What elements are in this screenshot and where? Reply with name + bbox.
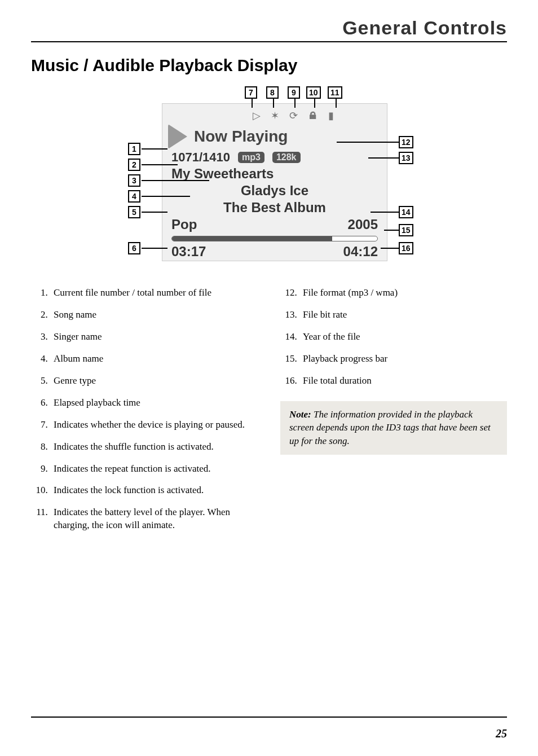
legend-item-3: Singer name <box>50 331 258 344</box>
shuffle-icon: ✶ <box>271 109 279 122</box>
total-duration: 04:12 <box>343 244 378 260</box>
callout-11: 11 <box>328 86 342 99</box>
callout-5: 5 <box>128 206 140 218</box>
legend-item-13: File bit rate <box>299 309 507 322</box>
battery-icon: ▮ <box>328 109 334 122</box>
legend-item-16: File total duration <box>299 375 507 388</box>
leader-5 <box>142 212 167 213</box>
legend-item-12: File format (mp3 / wma) <box>299 287 507 300</box>
singer-name: Gladys Ice <box>168 183 381 199</box>
legend-item-4: Album name <box>50 353 258 366</box>
lock-icon: 🔒︎ <box>308 110 318 122</box>
callout-15: 15 <box>399 224 413 236</box>
year-value: 2005 <box>348 217 378 232</box>
callout-1: 1 <box>128 143 140 155</box>
repeat-icon: ⟳ <box>289 109 298 122</box>
song-name: My Sweethearts <box>171 166 381 182</box>
callout-14: 14 <box>399 206 413 218</box>
leader-16 <box>381 248 399 249</box>
leader-12 <box>337 142 399 143</box>
callout-10: 10 <box>306 86 321 99</box>
note-box: Note: The information provided in the pl… <box>280 401 507 455</box>
playback-diagram: ▷ ✶ ⟳ 🔒︎ ▮ Now Playing 1071/1410 mp3 128… <box>111 86 427 267</box>
elapsed-time: 03:17 <box>171 244 206 260</box>
leader-2 <box>142 164 178 165</box>
legend-item-6: Elapsed playback time <box>50 397 258 410</box>
callout-9: 9 <box>288 86 300 99</box>
legend-item-11: Indicates the battery level of the playe… <box>50 506 258 532</box>
callout-12: 12 <box>399 136 413 148</box>
legend-item-2: Song name <box>50 309 258 322</box>
legend-item-1: Current file number / total number of fi… <box>50 287 258 300</box>
callout-13: 13 <box>399 152 413 164</box>
leader-7 <box>252 98 253 108</box>
play-pause-icon: ▷ <box>253 109 261 122</box>
leader-11 <box>336 98 337 108</box>
legend-right: File format (mp3 / wma) File bit rate Ye… <box>280 287 507 388</box>
callout-4: 4 <box>128 190 140 203</box>
section-title: Music / Audible Playback Display <box>31 56 507 75</box>
playback-screen: ▷ ✶ ⟳ 🔒︎ ▮ Now Playing 1071/1410 mp3 128… <box>162 103 387 261</box>
leader-8 <box>273 98 274 108</box>
legend-left: Current file number / total number of fi… <box>31 287 258 532</box>
legend-item-5: Genre type <box>50 375 258 388</box>
callout-6: 6 <box>128 242 140 254</box>
legend-item-14: Year of the file <box>299 331 507 344</box>
bitrate-pill: 128k <box>272 152 301 163</box>
leader-1 <box>142 148 167 150</box>
header-rule <box>31 41 507 42</box>
callout-2: 2 <box>128 159 140 171</box>
callout-3: 3 <box>128 174 140 187</box>
file-counter: 1071/1410 <box>171 150 230 165</box>
progress-fill <box>172 236 332 241</box>
play-triangle-icon <box>168 124 187 149</box>
legend-item-7: Indicates whether the device is playing … <box>50 419 258 432</box>
format-pill: mp3 <box>238 152 264 163</box>
leader-6 <box>142 248 167 249</box>
callout-16: 16 <box>399 242 413 254</box>
header-title: General Controls <box>31 17 507 39</box>
note-label: Note: <box>289 409 311 420</box>
leader-3 <box>142 180 209 181</box>
page-number: 25 <box>496 727 507 740</box>
legend-item-8: Indicates the shuffle function is activa… <box>50 441 258 454</box>
album-name: The Best Album <box>168 200 381 216</box>
leader-10 <box>314 98 315 108</box>
callout-7: 7 <box>245 86 257 99</box>
callout-8: 8 <box>266 86 279 99</box>
legend-item-15: Playback progress bar <box>299 353 507 366</box>
genre-type: Pop <box>171 217 197 232</box>
leader-14 <box>371 212 399 213</box>
now-playing-label: Now Playing <box>194 128 288 146</box>
note-text: The information provided in the playback… <box>289 409 491 447</box>
progress-bar <box>171 236 378 241</box>
leader-4 <box>142 196 190 197</box>
footer-rule <box>31 717 507 718</box>
legend-item-10: Indicates the lock function is activated… <box>50 484 258 497</box>
leader-13 <box>368 157 399 159</box>
leader-9 <box>294 98 296 108</box>
legend-item-9: Indicates the repeat function is activat… <box>50 463 258 476</box>
leader-15 <box>384 230 399 231</box>
